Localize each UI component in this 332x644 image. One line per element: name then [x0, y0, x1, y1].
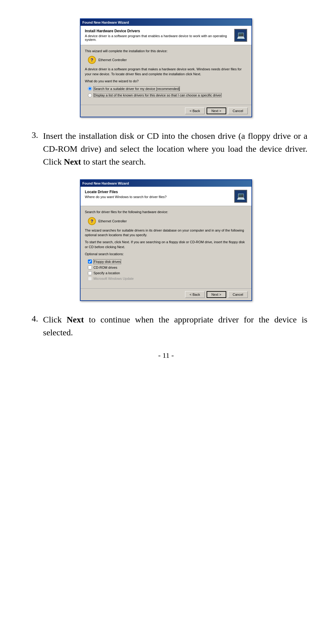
dialog2-body-desc1: The wizard searches for suitable drivers…: [85, 228, 247, 238]
dialog1-body-desc: A device driver is a software program th…: [85, 67, 247, 76]
dialog1-titlebar: Found New Hardware Wizard: [81, 19, 251, 26]
checkbox2-input[interactable]: [88, 265, 92, 269]
dialog1-footer: < Back Next > Cancel: [81, 105, 251, 117]
step4: 4. Click Next to continue when the appro…: [25, 313, 307, 339]
dialog1-body: Install Hardware Device Drivers A device…: [81, 26, 251, 117]
dialog2-device-name: Ethernet Controller: [98, 219, 127, 223]
dialog2-cancel-button[interactable]: Cancel: [228, 291, 248, 298]
step3: 3. Insert the installation disk or CD in…: [25, 130, 307, 168]
step4-number: 4.: [25, 313, 43, 339]
dialog2-header-icon: 💻: [234, 190, 247, 203]
checkbox4-option[interactable]: Microsoft Windows Update: [88, 276, 247, 281]
question-icon: ?: [88, 56, 96, 64]
checkbox2-option[interactable]: CD-ROM drives: [88, 265, 247, 270]
step3-bold: Next: [64, 157, 81, 166]
dialog2-device-row: ? Ethernet Controller: [88, 217, 247, 225]
checkbox3-input[interactable]: [88, 271, 92, 275]
step3-text: Insert the installation disk or CD into …: [43, 130, 307, 168]
hardware-icon: 💻: [237, 31, 245, 39]
dialog2-header-desc: Where do you want Windows to search for …: [85, 195, 167, 199]
dialog1-intro: This wizard will complete the installati…: [85, 49, 247, 53]
dialog1-radio2[interactable]: Display a list of the known drivers for …: [88, 93, 247, 97]
hardware-icon2: 💻: [237, 192, 245, 200]
radio2-label: Display a list of the known drivers for …: [93, 93, 222, 97]
checkbox3-option[interactable]: Specify a location: [88, 271, 247, 275]
dialog2-title: Found New Hardware Wizard: [82, 181, 129, 185]
radio1-label: Search for a suitable driver for my devi…: [93, 86, 180, 91]
radio1-input[interactable]: [88, 87, 92, 91]
checkbox4-input: [88, 277, 92, 281]
checkbox4-label: Microsoft Windows Update: [93, 276, 134, 281]
dialog2-content: Search for driver files for the followin…: [81, 206, 251, 287]
dialog1-header-title: Install Hardware Device Drivers: [85, 29, 231, 33]
dialog1-header-icon: 💻: [234, 29, 247, 42]
radio2-input[interactable]: [88, 93, 92, 97]
dialog2-checkbox-group: Floppy disk drives CD-ROM drives Specify…: [88, 259, 247, 281]
step4-text-before: Click: [43, 315, 67, 324]
dialog1-header: Install Hardware Device Drivers A device…: [81, 26, 251, 45]
dialog1-radio-group: Search for a suitable driver for my devi…: [88, 86, 247, 98]
dialog1-cancel-button[interactable]: Cancel: [228, 107, 248, 114]
dialog2-body: Locate Driver Files Where do you want Wi…: [81, 187, 251, 300]
step4-text: Click Next to continue when the appropri…: [43, 313, 307, 339]
dialog2-header: Locate Driver Files Where do you want Wi…: [81, 187, 251, 206]
dialog2-body-desc2: To start the search, click Next. If you …: [85, 240, 247, 249]
dialog2-next-button[interactable]: Next >: [207, 291, 226, 298]
dialog-install-drivers: Found New Hardware Wizard Install Hardwa…: [80, 18, 252, 117]
dialog2-titlebar: Found New Hardware Wizard: [81, 180, 251, 187]
dialog1-header-desc: A device driver is a software program th…: [85, 34, 231, 41]
dialog1-back-button[interactable]: < Back: [185, 107, 205, 114]
dialog-locate-drivers: Found New Hardware Wizard Locate Driver …: [80, 179, 252, 301]
dialog2-optional-label: Optional search locations:: [85, 252, 247, 256]
checkbox1-input[interactable]: [88, 260, 92, 263]
dialog2-back-button[interactable]: < Back: [185, 291, 205, 298]
step3-text-after: to start the search.: [81, 157, 146, 166]
step3-number: 3.: [25, 130, 43, 168]
dialog1-next-button[interactable]: Next >: [207, 107, 226, 114]
question-icon2: ?: [88, 217, 96, 225]
dialog1-title: Found New Hardware Wizard: [82, 21, 129, 24]
dialog2-header-title: Locate Driver Files: [85, 190, 167, 194]
dialog1-device-row: ? Ethernet Controller: [88, 56, 247, 64]
dialog1-header-text: Install Hardware Device Drivers A device…: [85, 29, 231, 41]
dialog1-content: This wizard will complete the installati…: [81, 45, 251, 103]
page-number: - 11 -: [25, 351, 307, 360]
dialog1-radio1[interactable]: Search for a suitable driver for my devi…: [88, 86, 247, 91]
dialog2-footer: < Back Next > Cancel: [81, 288, 251, 300]
dialog2-header-text: Locate Driver Files Where do you want Wi…: [85, 190, 167, 199]
dialog2-intro: Search for driver files for the followin…: [85, 210, 247, 214]
checkbox1-label: Floppy disk drives: [93, 259, 121, 264]
checkbox1-option[interactable]: Floppy disk drives: [88, 259, 247, 264]
checkbox3-label: Specify a location: [93, 271, 120, 275]
dialog1-device-name: Ethernet Controller: [98, 58, 127, 62]
step4-bold: Next: [67, 315, 84, 324]
dialog1-radio-question: What do you want the wizard to do?: [85, 79, 247, 84]
checkbox2-label: CD-ROM drives: [93, 265, 117, 270]
